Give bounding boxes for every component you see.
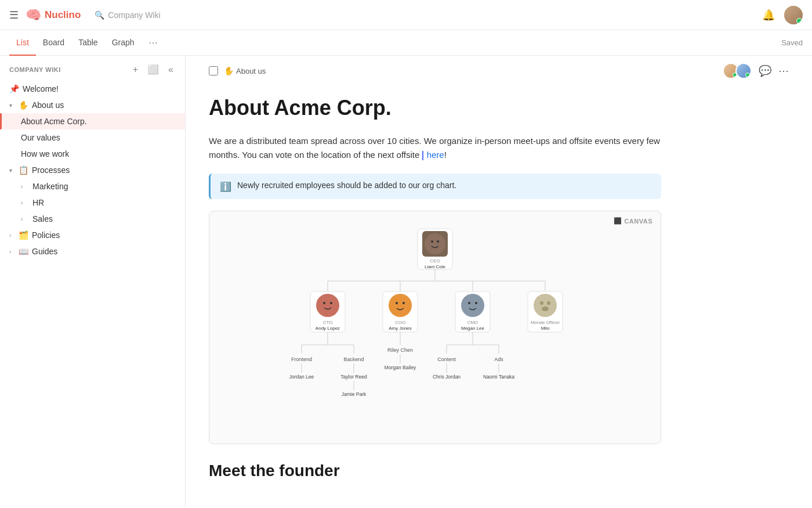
sidebar-item-hr[interactable]: › HR ☐ — [0, 194, 185, 211]
svg-point-28 — [475, 302, 477, 304]
svg-text:Backend: Backend — [343, 356, 364, 362]
user-avatar[interactable] — [784, 6, 803, 24]
bell-icon[interactable]: 🔔 — [762, 9, 775, 21]
svg-text:Milo: Milo — [541, 326, 550, 331]
sidebar-header: COMPANY WIKI + ⬜ « — [0, 56, 185, 81]
breadcrumb-emoji: ✋ — [224, 66, 234, 75]
svg-point-4 — [437, 240, 439, 243]
svg-point-3 — [431, 240, 433, 243]
sidebar-expand-button[interactable]: ⬜ — [145, 63, 161, 76]
page-checkbox[interactable] — [209, 66, 218, 75]
sidebar-item-about-us[interactable]: ▾ ✋ About us ☐ — [0, 97, 185, 113]
svg-point-35 — [542, 307, 549, 311]
org-chart-canvas: ⬛ CANVAS CEO Liam Cole — [209, 211, 661, 444]
logo-text: Nuclino — [45, 9, 81, 21]
svg-text:Chris Jordan: Chris Jordan — [433, 374, 461, 380]
sidebar-item-processes[interactable]: ▾ 📋 Processes ☐ — [0, 162, 185, 178]
sidebar-collapse-button[interactable]: « — [166, 63, 176, 76]
policies-icon: 🗂️ — [19, 230, 28, 240]
svg-text:Liam Cole: Liam Cole — [425, 264, 446, 269]
sidebar-item-welcome[interactable]: 📌 Welcome! — [0, 81, 185, 97]
svg-text:Andy Lopez: Andy Lopez — [316, 326, 340, 331]
sidebar-add-button[interactable]: + — [130, 63, 140, 76]
svg-point-21 — [396, 302, 398, 304]
sidebar-item-our-values[interactable]: Our values ☐ — [0, 129, 185, 146]
svg-point-2 — [425, 233, 445, 254]
svg-point-26 — [461, 294, 484, 317]
pin-icon: 📌 — [9, 84, 19, 93]
search-placeholder: Company Wiki — [108, 10, 160, 20]
svg-text:Jamie Park: Jamie Park — [342, 391, 367, 397]
sidebar-item-marketing[interactable]: › Marketing ☐ — [0, 178, 185, 194]
svg-text:Megan Lee: Megan Lee — [461, 326, 485, 331]
svg-text:CMO: CMO — [467, 320, 478, 325]
sub-nav: List Board Table Graph ⋯ Saved — [0, 30, 812, 56]
canvas-label: ⬛ CANVAS — [614, 217, 652, 225]
sidebar-item-about-acme[interactable]: About Acme Corp. ☐ — [0, 113, 185, 129]
hamburger-icon[interactable]: ☰ — [9, 9, 19, 21]
saved-label: Saved — [781, 38, 803, 47]
svg-point-22 — [403, 302, 405, 304]
svg-point-15 — [323, 302, 325, 304]
guides-icon: 📖 — [19, 247, 28, 256]
svg-text:Ads: Ads — [494, 356, 503, 362]
section-founder-title: Meet the founder — [209, 462, 661, 480]
tab-table[interactable]: Table — [71, 30, 104, 56]
search-icon: 🔍 — [95, 10, 104, 20]
svg-point-32 — [534, 294, 557, 317]
svg-text:Naomi Tanaka: Naomi Tanaka — [483, 374, 514, 380]
svg-text:CTO: CTO — [323, 320, 333, 325]
search-area[interactable]: 🔍 Company Wiki — [95, 10, 160, 20]
logo-icon: 🧠 — [26, 8, 41, 23]
svg-text:Riley Chen: Riley Chen — [387, 347, 413, 353]
svg-text:Frontend: Frontend — [291, 356, 312, 362]
breadcrumb-label: About us — [236, 67, 266, 75]
sidebar-item-policies[interactable]: › 🗂️ Policies ☐ — [0, 227, 185, 243]
page-title: About Acme Corp. — [209, 95, 661, 120]
logo: 🧠 Nuclino — [26, 8, 81, 23]
tab-graph[interactable]: Graph — [105, 30, 142, 56]
sidebar-item-guides[interactable]: › 📖 Guides ☐ — [0, 243, 185, 260]
svg-text:COO: COO — [395, 320, 405, 325]
sidebar-actions: + ⬜ « — [130, 63, 176, 76]
svg-text:Content: Content — [437, 356, 456, 362]
here-link[interactable]: here — [427, 150, 444, 160]
chevron-down-icon-2: ▾ — [9, 167, 16, 174]
online-indicator-2 — [745, 73, 750, 77]
chevron-down-icon: ▾ — [9, 102, 16, 109]
more-options-icon[interactable]: ⋯ — [778, 64, 789, 77]
canvas-icon: ⬛ — [614, 217, 622, 225]
svg-text:Amy Jones: Amy Jones — [389, 326, 412, 331]
svg-point-27 — [468, 302, 470, 304]
svg-point-33 — [540, 301, 543, 305]
svg-text:Morgan Bailey: Morgan Bailey — [385, 365, 416, 370]
svg-text:Taylor Reed: Taylor Reed — [340, 374, 367, 380]
content-header-bar: ✋ About us 💬 ⋯ — [186, 56, 812, 84]
chevron-right-icon-5: › — [9, 248, 16, 255]
sidebar-item-how-we-work[interactable]: How we work ☐ — [0, 146, 185, 162]
info-text: Newly recruited employees should be adde… — [237, 181, 456, 190]
processes-icon: 📋 — [19, 165, 28, 175]
info-icon: ℹ️ — [220, 181, 231, 192]
svg-text:CEO: CEO — [430, 258, 440, 264]
svg-point-14 — [316, 294, 339, 317]
content-body: About Acme Corp. We are a distributed te… — [186, 84, 684, 503]
tab-more-icon[interactable]: ⋯ — [144, 35, 162, 51]
sidebar-item-sales[interactable]: › Sales ☐ — [0, 211, 185, 227]
svg-text:Morale Officer: Morale Officer — [531, 320, 560, 325]
svg-point-16 — [330, 302, 332, 304]
content-header-actions: 💬 ⋯ — [723, 63, 789, 79]
tab-board[interactable]: Board — [36, 30, 71, 56]
sidebar: COMPANY WIKI + ⬜ « 📌 Welcome! ▾ ✋ About … — [0, 56, 186, 508]
org-chart-svg: CEO Liam Cole — [249, 223, 621, 432]
top-nav: ☰ 🧠 Nuclino 🔍 Company Wiki 🔔 — [0, 0, 812, 30]
tab-list[interactable]: List — [9, 30, 36, 56]
main-layout: COMPANY WIKI + ⬜ « 📌 Welcome! ▾ ✋ About … — [0, 56, 812, 508]
svg-point-20 — [389, 294, 412, 317]
avatar-image — [784, 6, 803, 24]
breadcrumb: ✋ About us — [224, 66, 266, 75]
comment-icon[interactable]: 💬 — [759, 64, 771, 77]
chevron-right-icon-4: › — [9, 232, 16, 239]
collaborator-avatar-2 — [735, 63, 752, 79]
page-paragraph: We are a distributed team spread across … — [209, 134, 661, 162]
